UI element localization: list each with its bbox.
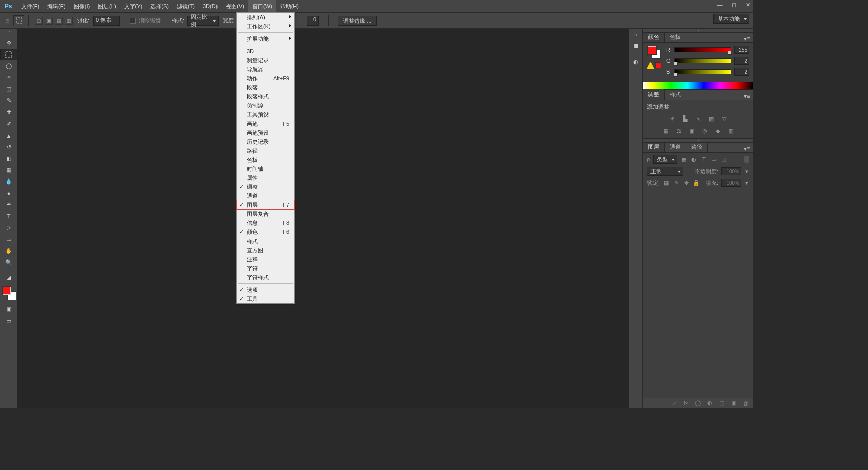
menu-edit[interactable]: 编辑(E) xyxy=(43,0,70,12)
window-menu-item[interactable]: 导航器 xyxy=(237,65,294,74)
layer-filter-type[interactable]: 类型 xyxy=(653,155,677,164)
fill-dropdown-icon[interactable]: ▾ xyxy=(744,180,749,186)
lock-pixels-icon[interactable]: ✎ xyxy=(673,179,680,186)
brush-tool[interactable]: ✐ xyxy=(0,118,17,130)
menu-file[interactable]: 文件(F) xyxy=(17,0,43,12)
layer-list[interactable] xyxy=(643,189,753,370)
selection-add-icon[interactable]: ▣ xyxy=(45,17,53,25)
color-spectrum[interactable] xyxy=(643,82,753,90)
window-menu-item[interactable]: 色板 xyxy=(237,155,294,164)
window-menu-item[interactable]: ✓工具 xyxy=(237,294,294,303)
window-menu-item[interactable]: 注释 xyxy=(237,255,294,264)
window-menu-item[interactable]: 样式 xyxy=(237,237,294,246)
type-tool[interactable]: T xyxy=(0,210,17,222)
shape-tool[interactable]: ▭ xyxy=(0,233,17,245)
r-slider[interactable] xyxy=(674,47,731,52)
color-panel-menu[interactable]: ▾≡ xyxy=(741,35,753,42)
menu-filter[interactable]: 滤镜(T) xyxy=(173,0,199,12)
selection-new-icon[interactable]: ▢ xyxy=(35,17,43,25)
tab-color[interactable]: 颜色 xyxy=(643,32,665,42)
workspace-switcher[interactable]: 基本功能 xyxy=(713,14,749,24)
levels-icon[interactable]: ▙ xyxy=(681,114,690,123)
photofilter-icon[interactable]: ◎ xyxy=(700,126,709,135)
gradient-tool[interactable]: ▦ xyxy=(0,164,17,176)
foreground-color[interactable] xyxy=(2,286,11,295)
refine-edge-button[interactable]: 调整边缘 ... xyxy=(338,16,377,26)
healing-tool[interactable]: ✚ xyxy=(0,106,17,118)
path-select-tool[interactable]: ▷ xyxy=(0,222,17,233)
lock-all-icon[interactable]: 🔒 xyxy=(693,179,700,186)
g-value[interactable]: 2 xyxy=(734,57,749,65)
layer-mask-icon[interactable]: ◯ xyxy=(694,400,701,407)
menu-window[interactable]: 窗口(W) xyxy=(248,0,276,12)
menu-type[interactable]: 文字(Y) xyxy=(120,0,147,12)
r-value[interactable]: 255 xyxy=(734,46,749,54)
toolbox-header[interactable]: ›‹ xyxy=(0,29,17,34)
window-menu-item[interactable]: 属性 xyxy=(237,173,294,182)
menu-select[interactable]: 选择(S) xyxy=(146,0,173,12)
move-tool[interactable]: ✥ xyxy=(0,37,17,49)
g-slider[interactable] xyxy=(674,58,731,63)
bw-icon[interactable]: ▣ xyxy=(687,126,696,135)
filter-pixel-icon[interactable]: ▦ xyxy=(680,156,687,163)
tab-swatches[interactable]: 色板 xyxy=(665,32,686,42)
window-menu-item[interactable]: 直方图 xyxy=(237,246,294,255)
adjustments-panel-menu[interactable]: ▾≡ xyxy=(741,93,753,100)
window-menu-item[interactable]: 工具预设 xyxy=(237,110,294,119)
properties-panel-icon[interactable]: ◐ xyxy=(630,56,641,67)
window-menu-item[interactable]: 仿制源 xyxy=(237,101,294,110)
history-brush-tool[interactable]: ↺ xyxy=(0,141,17,153)
window-menu-item[interactable]: 通道 xyxy=(237,191,294,200)
selection-intersect-icon[interactable]: ▥ xyxy=(65,17,73,25)
exposure-icon[interactable]: ▨ xyxy=(707,114,716,123)
delete-layer-icon[interactable]: 🗑 xyxy=(742,400,749,407)
new-fill-icon[interactable]: ◐ xyxy=(706,400,713,407)
color-fgbg-swatch[interactable] xyxy=(647,46,661,59)
menu-layer[interactable]: 图层(L) xyxy=(94,0,120,12)
tab-channels[interactable]: 通道 xyxy=(665,142,686,152)
crop-tool[interactable]: ◫ xyxy=(0,83,17,95)
window-menu-item[interactable]: 排列(A) xyxy=(237,13,294,22)
antialias-checkbox[interactable] xyxy=(130,18,136,24)
zoom-tool[interactable]: 🔍 xyxy=(0,257,17,268)
opacity-dropdown-icon[interactable]: ▾ xyxy=(744,168,749,175)
tab-layers[interactable]: 图层 xyxy=(643,142,665,152)
close-button[interactable]: ✕ xyxy=(744,1,751,8)
window-menu-item[interactable]: 测量记录 xyxy=(237,56,294,65)
filter-smart-icon[interactable]: ◫ xyxy=(720,156,727,163)
tab-adjustments[interactable]: 调整 xyxy=(643,89,665,100)
color-balance-icon[interactable]: ⚖ xyxy=(674,126,683,135)
window-menu-item[interactable]: ✓选项 xyxy=(237,285,294,294)
brightness-icon[interactable]: ☀ xyxy=(668,114,677,123)
filter-toggle[interactable] xyxy=(744,156,749,163)
menu-view[interactable]: 视图(V) xyxy=(222,0,248,12)
menu-3d[interactable]: 3D(D) xyxy=(199,0,222,12)
gamut-color-swatch[interactable] xyxy=(655,62,661,68)
stamp-tool[interactable]: ▲ xyxy=(0,130,17,141)
blend-mode-select[interactable]: 正常 xyxy=(647,167,683,176)
new-group-icon[interactable]: ▢ xyxy=(718,400,725,407)
curves-icon[interactable]: ∿ xyxy=(694,114,703,123)
window-menu-item[interactable]: 段落 xyxy=(237,83,294,92)
opacity-value[interactable]: 100% xyxy=(721,167,741,175)
filter-adjustment-icon[interactable]: ◐ xyxy=(690,156,697,163)
menu-image[interactable]: 图像(I) xyxy=(70,0,94,12)
window-menu-item[interactable]: 扩展功能 xyxy=(237,34,294,43)
window-menu-item[interactable]: ✓颜色F6 xyxy=(237,227,294,237)
window-menu-item[interactable]: 时间轴 xyxy=(237,164,294,173)
tool-preset-picker[interactable] xyxy=(13,15,24,26)
document-canvas[interactable] xyxy=(17,29,629,408)
lock-position-icon[interactable]: ✥ xyxy=(683,179,690,186)
lookup-icon[interactable]: ▥ xyxy=(726,126,735,135)
gamut-warning-icon[interactable] xyxy=(647,62,654,69)
filter-shape-icon[interactable]: ▭ xyxy=(710,156,717,163)
selection-subtract-icon[interactable]: ▤ xyxy=(55,17,63,25)
lock-transparency-icon[interactable]: ▦ xyxy=(663,179,670,186)
eyedropper-tool[interactable]: ✎ xyxy=(0,95,17,106)
layers-panel-menu[interactable]: ▾≡ xyxy=(741,145,753,152)
tab-paths[interactable]: 路径 xyxy=(686,142,708,152)
window-menu-item[interactable]: 3D xyxy=(237,47,294,56)
b-slider[interactable] xyxy=(674,69,731,74)
window-menu-item[interactable]: ✓图层F7 xyxy=(237,200,294,209)
magic-wand-tool[interactable]: ✧ xyxy=(0,72,17,83)
